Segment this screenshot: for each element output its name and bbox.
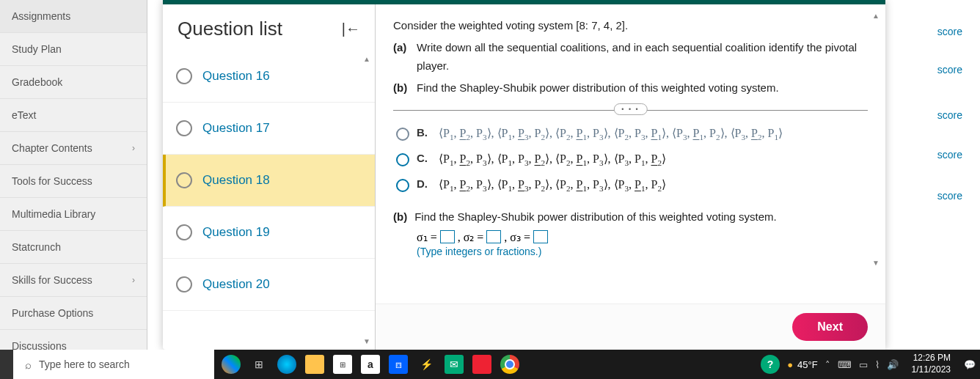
store-icon[interactable]: ⊞ bbox=[333, 355, 352, 374]
score-link[interactable]: score bbox=[889, 191, 977, 201]
weather-widget[interactable]: ● 45°F bbox=[787, 359, 817, 370]
search-placeholder: Type here to search bbox=[39, 358, 130, 370]
file-explorer-icon[interactable] bbox=[305, 355, 324, 374]
choice-b[interactable]: B. ⟨P1, P2, P3⟩, ⟨P1, P3, P2⟩, ⟨P2, P1, … bbox=[396, 121, 868, 147]
chrome-icon[interactable] bbox=[500, 355, 519, 374]
mail-icon[interactable]: ✉ bbox=[445, 355, 464, 374]
notifications-icon[interactable]: 💬 bbox=[964, 359, 976, 370]
course-sidebar: Assignments Study Plan Gradebook eText C… bbox=[0, 0, 147, 350]
content-scroll-down-icon[interactable]: ▼ bbox=[872, 259, 880, 267]
radio-icon[interactable] bbox=[396, 153, 409, 166]
part-a-text: Write down all the sequential coalitions… bbox=[417, 38, 868, 76]
radio-icon[interactable] bbox=[396, 128, 409, 141]
sidebar-item-multimedia[interactable]: Multimedia Library bbox=[0, 198, 147, 231]
task-view-icon[interactable]: ⊞ bbox=[249, 355, 268, 374]
sigma1-input[interactable] bbox=[440, 230, 455, 243]
question-item-16[interactable]: Question 16 bbox=[163, 51, 375, 103]
question-list-title: Question list bbox=[178, 18, 282, 40]
sigma-inputs: σ₁ = , σ₂ = , σ₃ = bbox=[393, 230, 868, 244]
tray-expand-icon[interactable]: ˄ bbox=[825, 359, 830, 370]
ellipsis-icon[interactable]: • • • bbox=[613, 103, 647, 115]
sidebar-item-assignments[interactable]: Assignments bbox=[0, 0, 147, 33]
question-item-19[interactable]: Question 19 bbox=[163, 207, 375, 259]
sidebar-item-study-plan[interactable]: Study Plan bbox=[0, 33, 147, 66]
status-circle-icon bbox=[176, 172, 192, 188]
status-circle-icon bbox=[176, 120, 192, 136]
part-b2-label: (b) bbox=[393, 210, 407, 223]
chevron-right-icon: › bbox=[132, 275, 135, 285]
weather-icon: ● bbox=[787, 359, 793, 370]
content-scroll-up-icon[interactable]: ▲ bbox=[872, 12, 880, 20]
sidebar-item-gradebook[interactable]: Gradebook bbox=[0, 66, 147, 99]
sidebar-item-purchase[interactable]: Purchase Options bbox=[0, 297, 147, 330]
next-button[interactable]: Next bbox=[792, 313, 868, 341]
sidebar-item-tools[interactable]: Tools for Success bbox=[0, 165, 147, 198]
choice-d[interactable]: D. ⟨P1, P2, P3⟩, ⟨P1, P3, P2⟩, ⟨P2, P1, … bbox=[396, 172, 868, 198]
score-link[interactable]: score bbox=[889, 150, 977, 160]
radio-icon[interactable] bbox=[396, 179, 409, 192]
sidebar-item-chapter-contents[interactable]: Chapter Contents› bbox=[0, 132, 147, 165]
start-button[interactable] bbox=[0, 350, 13, 379]
sidebar-item-skills[interactable]: Skills for Success› bbox=[0, 264, 147, 297]
dropbox-icon[interactable]: ⧈ bbox=[389, 355, 408, 374]
collapse-panel-icon[interactable]: |← bbox=[342, 21, 360, 37]
status-circle-icon bbox=[176, 68, 192, 84]
part-a-label: (a) bbox=[393, 38, 409, 76]
question-list-panel: Question list |← ▲ Question 16 Question … bbox=[163, 4, 376, 350]
battery-icon[interactable]: ▭ bbox=[859, 359, 868, 370]
windows-taskbar: ⌕ Type here to search ⊞ ⊞ a ⧈ ⚡ ✉ ? ● 45… bbox=[0, 350, 980, 379]
amazon-icon[interactable]: a bbox=[361, 355, 380, 374]
scroll-up-icon[interactable]: ▲ bbox=[363, 55, 370, 63]
score-link[interactable]: score bbox=[889, 110, 977, 120]
sigma2-input[interactable] bbox=[486, 230, 501, 243]
help-icon[interactable]: ? bbox=[761, 355, 780, 374]
input-hint: (Type integers or fractions.) bbox=[393, 246, 868, 257]
status-circle-icon bbox=[176, 224, 192, 240]
part-b-label: (b) bbox=[393, 78, 409, 97]
edge-icon[interactable] bbox=[277, 355, 296, 374]
section-divider: • • • bbox=[393, 110, 868, 111]
question-intro: Consider the weighted voting system [8: … bbox=[393, 16, 868, 35]
score-link[interactable]: score bbox=[889, 65, 977, 75]
sidebar-item-statcrunch[interactable]: Statcrunch bbox=[0, 231, 147, 264]
question-modal: Question list |← ▲ Question 16 Question … bbox=[163, 0, 885, 350]
scroll-down-icon[interactable]: ▼ bbox=[363, 337, 370, 345]
question-item-17[interactable]: Question 17 bbox=[163, 103, 375, 155]
taskbar-clock[interactable]: 12:26 PM 1/11/2023 bbox=[906, 353, 957, 375]
app-icon[interactable]: ⚡ bbox=[417, 355, 436, 374]
wifi-icon[interactable]: ⌇ bbox=[875, 359, 880, 370]
answer-choices: B. ⟨P1, P2, P3⟩, ⟨P1, P3, P2⟩, ⟨P2, P1, … bbox=[393, 121, 868, 199]
choice-c[interactable]: C. ⟨P1, P2, P3⟩, ⟨P1, P3, P2⟩, ⟨P2, P1, … bbox=[396, 147, 868, 172]
question-content-panel: Consider the weighted voting system [8: … bbox=[376, 4, 885, 350]
question-item-18[interactable]: Question 18 bbox=[163, 155, 375, 207]
keyboard-icon[interactable]: ⌨ bbox=[838, 359, 852, 370]
search-icon: ⌕ bbox=[25, 358, 32, 371]
question-item-20[interactable]: Question 20 bbox=[163, 259, 375, 311]
sidebar-item-etext[interactable]: eText bbox=[0, 99, 147, 132]
sigma3-input[interactable] bbox=[533, 230, 548, 243]
score-column: score score score score score bbox=[889, 0, 977, 201]
part-b2-text: Find the Shapley-Shubik power distributi… bbox=[414, 210, 777, 223]
volume-icon[interactable]: 🔊 bbox=[887, 359, 899, 370]
taskbar-search[interactable]: ⌕ Type here to search bbox=[13, 350, 214, 379]
part-b-text: Find the Shapley-Shubik power distributi… bbox=[417, 78, 779, 97]
score-link[interactable]: score bbox=[889, 26, 977, 37]
chevron-right-icon: › bbox=[132, 143, 135, 153]
status-circle-icon bbox=[176, 276, 192, 292]
taskbar-app-icon[interactable] bbox=[222, 355, 241, 374]
office-icon[interactable] bbox=[472, 355, 491, 374]
